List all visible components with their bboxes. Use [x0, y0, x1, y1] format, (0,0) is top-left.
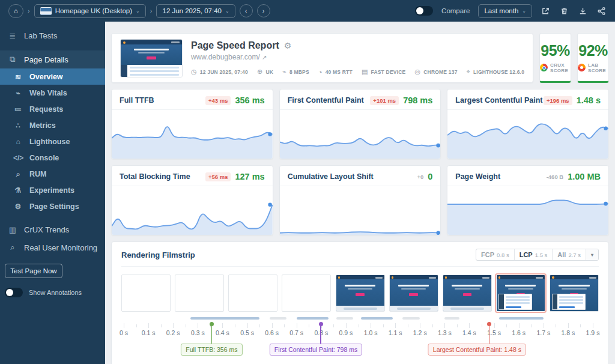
axis-tick	[580, 324, 581, 327]
request-bar	[336, 317, 354, 320]
test-config-label: LIGHTHOUSE 12.6.0	[473, 69, 524, 75]
lab-score-card: 92% LAB SCORE	[577, 33, 609, 83]
frame-footer	[390, 306, 438, 311]
axis-tick	[444, 323, 445, 328]
filmstrip-frame-8-lcp[interactable]	[496, 275, 545, 312]
sidebar-item-page-settings[interactable]: ⚙Page Settings	[0, 198, 105, 214]
globe-icon: ⊕	[257, 68, 262, 76]
requests-icon: ≔	[13, 105, 23, 114]
filmstrip-frame-1[interactable]	[121, 275, 171, 312]
test-page-now-button[interactable]: Test Page Now	[5, 264, 62, 278]
open-external-icon[interactable]	[541, 6, 551, 16]
sidebar-item-console[interactable]: </>Console	[0, 150, 105, 166]
page-selector-label: Homepage UK (Desktop)	[55, 7, 132, 14]
compare-toggle[interactable]	[415, 6, 433, 16]
frame-navbar	[390, 275, 438, 279]
date-range-dropdown[interactable]: Last month ⌄	[478, 4, 532, 18]
rendering-filmstrip-card: Rendering Filmstrip FCP0.8 sLCP1.5 sAll2…	[111, 241, 609, 364]
compare-label: Compare	[441, 7, 470, 14]
metric-sparkline-chart	[280, 186, 441, 235]
metric-delta-badge: +56 ms	[205, 172, 231, 181]
request-bar	[297, 317, 329, 320]
prev-test-button[interactable]: ‹	[240, 4, 253, 17]
axis-tick	[173, 323, 174, 328]
metric-card-header: Largest Contentful Paint+196 ms1.48 s	[447, 89, 608, 110]
sidebar-item-metrics[interactable]: ∴Metrics	[0, 117, 105, 133]
request-bar	[190, 317, 259, 320]
show-annotations-toggle[interactable]	[5, 288, 23, 297]
chrome-icon: ◎	[414, 68, 420, 76]
metric-sparkline-chart	[280, 110, 441, 159]
axis-tick	[272, 323, 273, 328]
date-selector-dropdown[interactable]: 12 Jun 2025, 07:40 ⌄	[156, 4, 235, 18]
page-screenshot-thumbnail	[120, 39, 183, 77]
page-details-icon: ⧉	[8, 55, 17, 64]
test-config-badge: ▤FAST DEVICE	[362, 68, 406, 76]
axis-tick	[371, 323, 371, 328]
filmstrip-range-lcp[interactable]: LCP1.5 s	[514, 249, 553, 260]
metric-value: 798 ms	[403, 96, 432, 105]
crux-trends-icon: ▥	[8, 225, 17, 234]
frame-navbar	[550, 275, 598, 279]
sidebar-item-crux-trends[interactable]: ▥CrUX Trends	[0, 220, 105, 238]
filmstrip-frame-4[interactable]	[282, 275, 331, 312]
test-config-label: 12 JUN 2025, 07:40	[200, 69, 248, 75]
download-icon[interactable]	[578, 6, 588, 16]
metric-delta-badge: +101 ms	[370, 96, 399, 105]
marker-dot	[487, 322, 491, 326]
axis-tick	[284, 324, 285, 327]
sidebar-item-lab-tests[interactable]: ≣Lab Tests	[0, 26, 105, 44]
request-bar	[270, 317, 287, 320]
axis-tick	[359, 324, 359, 327]
sidebar-item-experiments[interactable]: ⚗Experiments	[0, 182, 105, 198]
report-settings-gear-icon[interactable]: ⚙	[284, 41, 292, 50]
filmstrip-range-fcp[interactable]: FCP0.8 s	[476, 249, 514, 260]
axis-tick	[124, 323, 124, 328]
axis-label: 1.1 s	[389, 329, 402, 336]
frame-footer	[443, 306, 491, 311]
filmstrip-range-all[interactable]: All2.7 s	[552, 249, 586, 260]
filmstrip-frame-3[interactable]	[228, 275, 277, 312]
filmstrip-frame-7[interactable]	[443, 275, 492, 312]
lighthouse-icon: ⌖	[467, 68, 470, 76]
metric-sparkline-chart	[112, 110, 273, 159]
filmstrip-frame-9[interactable]	[550, 275, 599, 312]
filmstrip-frame-5[interactable]	[336, 275, 385, 312]
next-test-button[interactable]: ›	[257, 4, 270, 17]
axis-tick	[531, 324, 532, 327]
delete-icon[interactable]	[559, 6, 569, 16]
lab-tests-icon: ≣	[8, 31, 17, 40]
metric-sparkline-chart	[112, 186, 273, 235]
chevron-left-icon: ‹	[245, 7, 247, 14]
sidebar-item-overview[interactable]: ≋Overview	[0, 68, 105, 85]
segment-value: 2.7 s	[568, 252, 581, 258]
axis-label: 0.9 s	[339, 329, 353, 336]
crux-score-label: CRUX SCORE	[550, 62, 571, 73]
sidebar-item-label: CrUX Trends	[24, 225, 69, 234]
page-selector-dropdown[interactable]: Homepage UK (Desktop) ⌄	[34, 4, 146, 18]
filmstrip-frame-6[interactable]	[389, 275, 438, 312]
sidebar-item-page-details[interactable]: ⧉Page Details	[0, 50, 105, 68]
report-url[interactable]: www.debugbear.com/ ↗	[191, 53, 524, 61]
axis-tick	[568, 323, 569, 328]
frame-dashboard	[498, 294, 532, 310]
request-bar	[444, 317, 459, 320]
axis-tick	[161, 324, 162, 327]
metric-sparkline-chart	[447, 186, 608, 235]
sidebar-item-rum[interactable]: ⌕RUM	[0, 166, 105, 182]
axis-label: 1.2 s	[413, 329, 427, 336]
marker-line	[320, 326, 321, 344]
sidebar-item-label: RUM	[29, 170, 46, 178]
share-icon[interactable]	[596, 6, 607, 16]
axis-tick	[148, 323, 149, 328]
web-vitals-icon: ⌁	[13, 89, 23, 97]
sidebar-item-web-vitals[interactable]: ⌁Web Vitals	[0, 85, 105, 101]
filmstrip-frame-2[interactable]	[175, 275, 224, 312]
chevron-down-icon[interactable]: ▾	[586, 249, 598, 260]
sidebar-item-requests[interactable]: ≔Requests	[0, 101, 105, 117]
metric-card-full-ttfb: Full TTFB+43 ms356 ms	[111, 89, 273, 159]
sidebar-item-real-user-monitoring[interactable]: ⌕Real User Monitoring	[0, 238, 105, 256]
axis-tick	[432, 324, 433, 327]
home-button[interactable]: ⌂	[8, 4, 23, 18]
sidebar-item-lighthouse[interactable]: ⌂Lighthouse	[0, 133, 105, 150]
